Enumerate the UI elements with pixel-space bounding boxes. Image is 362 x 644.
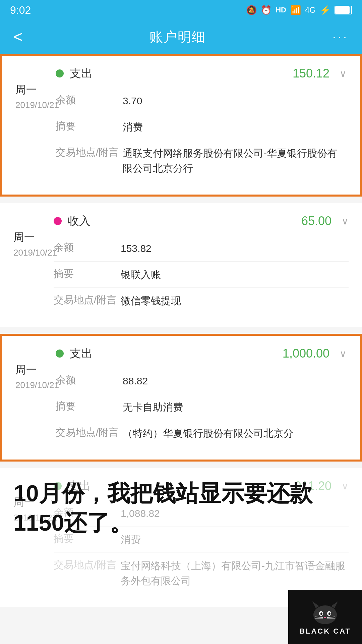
detail-summary-2: 摘要 银联入账 (54, 262, 349, 288)
transaction-type-1: 支出 (56, 66, 93, 81)
label-location-3: 交易地点/附言 (56, 426, 123, 439)
svg-point-5 (320, 612, 322, 615)
transaction-item-1: 周一 2019/10/21 支出 150.12 ∨ 余额 3.70 摘要 消费 (0, 54, 362, 197)
charge-icon: ⚡ (320, 5, 330, 15)
svg-marker-2 (331, 601, 338, 608)
network-icon: 4G (305, 5, 316, 15)
overlay-text: 10月份，我把钱站显示要还款1150还了。 (13, 478, 349, 538)
date-block-3: 周一 2019/10/21 (15, 363, 59, 390)
value-balance-3: 88.82 (123, 373, 347, 388)
status-bar: 9:02 🔕 ⏰ HD 📶 4G ⚡ (0, 0, 362, 20)
overlay-container: 10月份，我把钱站显示要还款1150还了。 (0, 468, 362, 607)
label-balance-1: 余额 (56, 93, 123, 107)
transaction-type-3: 支出 (56, 346, 93, 361)
cat-logo-icon (308, 599, 342, 626)
chevron-icon-2[interactable]: ∨ (342, 216, 349, 227)
chevron-icon-1[interactable]: ∨ (340, 68, 347, 79)
date-1: 2019/10/21 (15, 100, 59, 110)
label-summary-1: 摘要 (56, 119, 123, 133)
amount-row-3: 1,000.00 ∨ (283, 346, 347, 361)
value-location-2: 微信零钱提现 (121, 293, 349, 308)
label-summary-2: 摘要 (54, 267, 121, 281)
svg-point-6 (328, 612, 330, 615)
nav-bar: < 账户明细 ··· (0, 20, 362, 54)
type-label-3: 支出 (70, 346, 93, 361)
amount-2: 65.00 (301, 214, 331, 228)
separator-2 (0, 327, 362, 334)
value-summary-3: 无卡自助消费 (123, 399, 347, 415)
amount-row-2: 65.00 ∨ (301, 214, 349, 228)
black-cat-label: BLACK CAT (299, 627, 351, 636)
separator-1 (0, 197, 362, 203)
value-balance-2: 153.82 (121, 241, 349, 256)
type-dot-1 (56, 69, 64, 77)
battery-icon (335, 6, 352, 14)
detail-balance-1: 余额 3.70 (56, 88, 347, 114)
detail-balance-3: 余额 88.82 (56, 368, 347, 394)
content-area: 周一 2019/10/21 支出 150.12 ∨ 余额 3.70 摘要 消费 (0, 54, 362, 607)
date-block-2: 周一 2019/10/21 (13, 230, 57, 258)
detail-rows-1: 余额 3.70 摘要 消费 交易地点/附言 通联支付网络服务股份有限公司-华夏银… (15, 88, 347, 181)
separator-3 (0, 462, 362, 468)
date-2: 2019/10/21 (13, 248, 57, 258)
detail-summary-1: 摘要 消费 (56, 114, 347, 140)
page-title: 账户明细 (149, 28, 206, 46)
chevron-icon-3[interactable]: ∨ (340, 348, 347, 359)
value-summary-2: 银联入账 (121, 267, 349, 282)
label-balance-3: 余额 (56, 373, 123, 387)
type-label-1: 支出 (70, 66, 93, 81)
value-summary-1: 消费 (123, 119, 347, 135)
type-dot-3 (56, 350, 64, 358)
status-time: 9:02 (10, 4, 31, 16)
type-label-2: 收入 (68, 213, 90, 229)
transaction-item-3: 周一 2019/10/21 支出 1,000.00 ∨ 余额 88.82 摘要 … (0, 334, 362, 462)
value-location-1: 通联支付网络服务股份有限公司-华夏银行股份有限公司北京分行 (123, 146, 347, 176)
transaction-type-2: 收入 (54, 213, 90, 229)
mute-icon: 🔕 (246, 5, 257, 15)
amount-3: 1,000.00 (283, 346, 329, 361)
status-icons: 🔕 ⏰ HD 📶 4G ⚡ (246, 5, 352, 15)
detail-location-3: 交易地点/附言 （特约）华夏银行股份有限公司北京分 (56, 420, 347, 446)
value-balance-1: 3.70 (123, 93, 347, 108)
alarm-icon: ⏰ (261, 5, 272, 15)
signal-icon: 📶 (290, 5, 301, 15)
back-button[interactable]: < (13, 29, 23, 45)
detail-balance-2: 余额 153.82 (54, 235, 349, 262)
transaction-item-2: 周一 2019/10/21 收入 65.00 ∨ 余额 153.82 摘要 银联… (0, 203, 362, 327)
date-3: 2019/10/21 (15, 380, 59, 390)
svg-point-0 (313, 605, 337, 624)
detail-location-2: 交易地点/附言 微信零钱提现 (54, 288, 349, 314)
transaction-header-2: 收入 65.00 ∨ (13, 213, 349, 229)
detail-rows-2: 余额 153.82 摘要 银联入账 交易地点/附言 微信零钱提现 (13, 235, 349, 314)
label-location-2: 交易地点/附言 (54, 293, 121, 307)
transaction-header-3: 支出 1,000.00 ∨ (15, 346, 347, 361)
transaction-header-1: 支出 150.12 ∨ (15, 66, 347, 81)
detail-summary-3: 摘要 无卡自助消费 (56, 394, 347, 420)
more-button[interactable]: ··· (333, 30, 349, 44)
amount-1: 150.12 (293, 66, 329, 80)
black-cat-watermark: BLACK CAT (288, 590, 362, 644)
weekday-2: 周一 (13, 230, 57, 245)
weekday-3: 周一 (15, 363, 59, 377)
amount-row-1: 150.12 ∨ (293, 66, 347, 80)
value-location-3: （特约）华夏银行股份有限公司北京分 (123, 426, 347, 441)
label-location-1: 交易地点/附言 (56, 146, 123, 159)
detail-location-1: 交易地点/附言 通联支付网络服务股份有限公司-华夏银行股份有限公司北京分行 (56, 140, 347, 181)
transaction-item-4-wrapper: 周一 2019/10/21 支出 911.20 ∨ 余额 1,088.82 (0, 468, 362, 607)
svg-point-7 (324, 617, 326, 618)
type-dot-2 (54, 217, 62, 225)
label-balance-2: 余额 (54, 241, 121, 255)
label-summary-3: 摘要 (56, 399, 123, 413)
svg-marker-1 (312, 601, 319, 608)
weekday-1: 周一 (15, 83, 59, 97)
hd-icon: HD (276, 6, 286, 14)
date-block-1: 周一 2019/10/21 (15, 83, 59, 110)
detail-rows-3: 余额 88.82 摘要 无卡自助消费 交易地点/附言 （特约）华夏银行股份有限公… (15, 368, 347, 446)
